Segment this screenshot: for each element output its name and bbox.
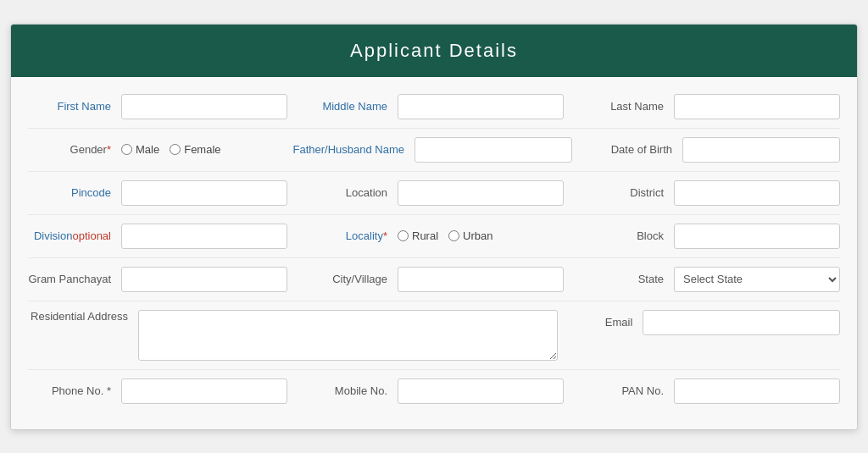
- email-input[interactable]: [643, 310, 840, 335]
- rural-radio-label[interactable]: Rural: [398, 229, 438, 242]
- phone-label: Phone No. *: [28, 384, 121, 397]
- mobile-group: Mobile No.: [304, 378, 564, 404]
- father-husband-label: Father/Husband Name: [292, 143, 415, 156]
- middle-name-label: Middle Name: [304, 100, 398, 113]
- dob-input[interactable]: [682, 137, 840, 163]
- first-name-label: First Name: [28, 100, 121, 113]
- locality-required-star: *: [383, 229, 387, 242]
- pincode-input[interactable]: [121, 180, 287, 206]
- pan-label: PAN No.: [581, 384, 674, 397]
- last-name-group: Last Name: [581, 94, 840, 119]
- gender-required-star: *: [107, 143, 111, 156]
- mobile-label: Mobile No.: [304, 384, 398, 397]
- row-gram: Gram Panchayat City/Village State Select…: [28, 258, 840, 301]
- first-name-group: First Name: [28, 94, 287, 119]
- male-label-text: Male: [136, 143, 159, 156]
- female-radio[interactable]: [170, 144, 181, 155]
- gender-radio-group: Male Female: [121, 143, 275, 156]
- applicant-form: Applicant Details First Name Middle Name…: [10, 24, 858, 430]
- dob-group: Date of Birth: [589, 137, 840, 163]
- division-label: Divisionoptional: [28, 229, 121, 242]
- location-input[interactable]: [398, 180, 564, 206]
- locality-label: Locality*: [304, 229, 398, 242]
- gram-panchayat-label: Gram Panchayat: [28, 273, 121, 285]
- locality-group: Locality* Rural Urban: [304, 229, 564, 242]
- row-pincode: Pincode Location District: [28, 172, 840, 215]
- form-body: First Name Middle Name Last Name Ge: [11, 77, 857, 429]
- gram-panchayat-input[interactable]: [121, 267, 287, 292]
- first-name-input[interactable]: [121, 94, 287, 119]
- urban-radio[interactable]: [448, 230, 459, 241]
- block-input[interactable]: [674, 224, 840, 249]
- row-phone: Phone No. * Mobile No. PAN No.: [28, 370, 840, 412]
- urban-label-text: Urban: [463, 229, 492, 242]
- form-title: Applicant Details: [11, 25, 857, 77]
- address-group: Residential Address: [28, 310, 558, 361]
- phone-input[interactable]: [121, 378, 287, 404]
- state-select[interactable]: Select StateAndhra PradeshArunachal Prad…: [674, 267, 840, 292]
- address-textarea[interactable]: [138, 310, 558, 361]
- state-label: State: [581, 273, 674, 285]
- rural-label-text: Rural: [412, 229, 438, 242]
- gender-group: Gender* Male Female: [28, 143, 275, 156]
- block-label: Block: [581, 229, 674, 242]
- phone-group: Phone No. *: [28, 378, 287, 404]
- last-name-label: Last Name: [581, 100, 674, 113]
- row-division: Divisionoptional Locality* Rural: [28, 215, 840, 258]
- division-group: Divisionoptional: [28, 224, 287, 249]
- row-gender: Gender* Male Female Father/Husb: [28, 129, 840, 172]
- division-label-text: Division: [34, 229, 73, 242]
- locality-radio-group: Rural Urban: [398, 229, 564, 242]
- block-group: Block: [581, 224, 840, 249]
- pan-input[interactable]: [674, 378, 840, 404]
- pincode-label: Pincode: [28, 186, 121, 199]
- mobile-input[interactable]: [398, 378, 564, 404]
- male-radio-label[interactable]: Male: [121, 143, 159, 156]
- row-address: Residential Address Email: [28, 301, 840, 370]
- middle-name-group: Middle Name: [304, 94, 564, 119]
- gender-label: Gender*: [28, 143, 121, 156]
- district-label: District: [581, 186, 674, 199]
- pincode-group: Pincode: [28, 180, 287, 206]
- father-husband-input[interactable]: [415, 137, 572, 163]
- gram-panchayat-group: Gram Panchayat: [28, 267, 287, 292]
- pan-group: PAN No.: [581, 378, 840, 404]
- location-group: Location: [304, 180, 564, 206]
- female-label-text: Female: [184, 143, 220, 156]
- state-group: State Select StateAndhra PradeshArunacha…: [581, 267, 840, 292]
- female-radio-label[interactable]: Female: [170, 143, 220, 156]
- address-label: Residential Address: [28, 310, 138, 323]
- rural-radio[interactable]: [398, 230, 409, 241]
- email-group: Email: [575, 310, 840, 335]
- title-text: Applicant Details: [350, 40, 518, 61]
- dob-label: Date of Birth: [589, 143, 682, 156]
- division-input[interactable]: [121, 224, 287, 249]
- male-radio[interactable]: [121, 144, 132, 155]
- last-name-input[interactable]: [674, 94, 840, 119]
- email-label: Email: [575, 316, 643, 329]
- father-husband-group: Father/Husband Name: [292, 137, 572, 163]
- urban-radio-label[interactable]: Urban: [448, 229, 492, 242]
- location-label: Location: [304, 186, 398, 199]
- district-input[interactable]: [674, 180, 840, 206]
- city-village-input[interactable]: [398, 267, 564, 292]
- district-group: District: [581, 180, 840, 206]
- city-village-label: City/Village: [304, 273, 398, 285]
- row-name: First Name Middle Name Last Name: [28, 86, 840, 129]
- middle-name-input[interactable]: [398, 94, 564, 119]
- division-optional-text: optional: [72, 229, 111, 242]
- city-village-group: City/Village: [304, 267, 564, 292]
